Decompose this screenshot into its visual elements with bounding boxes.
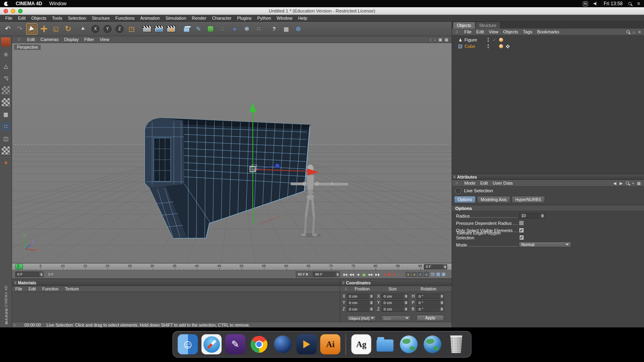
menu-help[interactable]: Help	[295, 16, 310, 21]
coordinate-system-icon[interactable]: ◳	[126, 23, 137, 35]
content-browser-icon[interactable]: ⊕	[293, 23, 304, 35]
menu-selection[interactable]: Selection	[65, 16, 89, 21]
home-icon[interactable]: ⌂	[633, 30, 635, 34]
current-frame-field[interactable]: 0 F	[15, 272, 43, 277]
object-name[interactable]: Cube	[464, 44, 485, 49]
viewport-menu-edit[interactable]: Edit	[25, 37, 38, 42]
cube-mesh-object[interactable]	[145, 118, 311, 238]
phong-tag-icon[interactable]	[499, 38, 503, 42]
close-window-button[interactable]	[4, 9, 8, 13]
timeline-tick-label[interactable]: 0	[14, 264, 22, 268]
timeline-tick-label[interactable]: 30	[149, 264, 156, 268]
attr-menu-edit[interactable]: Edit	[478, 181, 490, 185]
record-scale-icon[interactable]: ◉	[387, 272, 391, 277]
browser-globe-icon[interactable]	[273, 334, 293, 354]
point-mode-icon[interactable]: ∷	[1, 122, 10, 131]
add-metaball-icon[interactable]: ●	[229, 23, 240, 35]
menu-tools[interactable]: Tools	[49, 16, 65, 21]
options-section-header[interactable]: Options	[452, 205, 644, 211]
timeline-tick-label[interactable]: 80	[372, 264, 379, 268]
menu-python[interactable]: Python	[254, 16, 274, 21]
end-frame-stepper-icon[interactable]	[336, 272, 339, 277]
mode-dropdown[interactable]: Normal	[519, 242, 571, 247]
add-extras-icon[interactable]: ∷	[253, 23, 264, 35]
enable-axis-icon[interactable]: +	[1, 158, 10, 167]
add-particles-icon[interactable]: ❄	[241, 23, 252, 35]
lock-y-axis-icon[interactable]: Y	[102, 23, 113, 35]
realplayer-icon[interactable]	[297, 334, 317, 354]
camera-label[interactable]: Perspective	[14, 44, 41, 50]
viewport-pane-icon[interactable]: ▣	[438, 37, 442, 42]
texture-tag-icon[interactable]	[506, 44, 510, 49]
timeline-tick-label[interactable]: 55	[260, 264, 268, 268]
materials-menu-file[interactable]: File	[12, 286, 25, 291]
window-titlebar[interactable]: Untitled 1 * (Education Version - Restri…	[0, 7, 644, 15]
render-settings-icon[interactable]	[165, 23, 177, 35]
om-menu-edit[interactable]: Edit	[474, 29, 486, 34]
z-axis-knob[interactable]	[275, 164, 280, 168]
timeline-tick-label[interactable]: 60	[283, 264, 290, 268]
menu-render[interactable]: Render	[189, 16, 209, 21]
illustrator-icon[interactable]: Ai	[320, 334, 341, 354]
menu-functions[interactable]: Functions	[113, 16, 138, 21]
phong-tag-icon[interactable]	[499, 44, 503, 48]
timeline-tick-label[interactable]: 35	[171, 264, 178, 268]
spotlight-icon[interactable]	[628, 2, 632, 5]
tab-structure[interactable]: Structure	[476, 22, 500, 29]
autokey-icon[interactable]: ●	[406, 272, 411, 277]
coordinate-mode-dropdown[interactable]: Object (Rel)	[347, 315, 376, 321]
volume-icon[interactable]	[594, 2, 598, 6]
timeline-tick-label[interactable]: 40	[193, 264, 200, 268]
play-backwards-icon[interactable]: ◀	[355, 272, 361, 278]
earth-globe-icon[interactable]	[399, 334, 419, 354]
size-x-field[interactable]: 0 cm	[382, 294, 408, 299]
documents-folder-icon[interactable]	[375, 334, 395, 354]
timeline-tick-label[interactable]: 45	[216, 264, 223, 268]
viewport-menu-display[interactable]: Display	[61, 37, 81, 42]
record-rotation-icon[interactable]: ◎	[392, 272, 396, 277]
model-mode-icon[interactable]: △	[1, 62, 10, 71]
menu-file[interactable]: File	[2, 16, 15, 21]
rot-p-field[interactable]: 0 °	[417, 300, 444, 305]
object-axis-mode-icon[interactable]: ◹	[1, 74, 10, 83]
drag-handle-icon[interactable]	[340, 286, 352, 291]
minimize-window-button[interactable]	[11, 9, 15, 13]
viewport-menu-filter[interactable]: Filter	[81, 37, 97, 42]
apple-menu-icon[interactable]	[4, 2, 8, 6]
tab-modeling-axis[interactable]: Modeling Axis	[477, 196, 510, 203]
om-menu-bookmarks[interactable]: Bookmarks	[535, 29, 562, 34]
timeline-tick-label[interactable]: 90	[417, 264, 424, 268]
attr-menu-userdata[interactable]: User Data	[490, 181, 515, 185]
search-icon[interactable]	[626, 181, 629, 185]
panel-layout-icon[interactable]: ▦	[637, 181, 641, 185]
timeline-ruler[interactable]: 0 F 051015202530354045505560657075808590	[12, 263, 452, 270]
play-forwards-icon[interactable]: ▶	[361, 272, 367, 278]
tab-hypernurbs[interactable]: HyperNURBS	[512, 196, 545, 203]
om-menu-objects[interactable]: Objects	[501, 29, 520, 34]
menubar-clock[interactable]: Fri 13:58	[604, 1, 623, 6]
polygon-mode-icon[interactable]	[1, 146, 10, 155]
drag-handle-icon[interactable]	[14, 37, 25, 42]
bookmark-menu-icon[interactable]: ≡	[638, 30, 641, 34]
purple-app-icon[interactable]: ✎	[225, 334, 246, 354]
timeline-tick-label[interactable]: 5	[37, 264, 44, 268]
add-spline-icon[interactable]: ✎	[193, 23, 204, 35]
menu-plugins[interactable]: Plugins	[234, 16, 254, 21]
menu-objects[interactable]: Objects	[29, 16, 49, 21]
drag-handle-icon[interactable]	[452, 29, 462, 34]
pos-y-field[interactable]: 0 cm	[347, 300, 374, 305]
macos-app-menu[interactable]: CINEMA 4D	[16, 1, 42, 6]
viewport-menu-view[interactable]: View	[97, 37, 112, 42]
notification-center-icon[interactable]: ≡	[637, 1, 640, 6]
drag-handle-icon[interactable]	[452, 175, 457, 179]
live-selection-tool-icon[interactable]	[26, 23, 37, 35]
enable-check-icon[interactable]: ✓	[491, 38, 497, 42]
menu-simulation[interactable]: Simulation	[163, 16, 189, 21]
camera-mode-icon[interactable]: ◉	[1, 49, 10, 59]
menu-animation[interactable]: Animation	[137, 16, 163, 21]
texture-mode-icon[interactable]	[1, 86, 10, 95]
add-cube-icon[interactable]	[181, 23, 192, 35]
viewport-quad-icon[interactable]: ▦	[445, 37, 448, 42]
jump-to-end-icon[interactable]: ▶▮	[374, 272, 380, 278]
y-axis-arrowhead[interactable]	[250, 102, 256, 112]
